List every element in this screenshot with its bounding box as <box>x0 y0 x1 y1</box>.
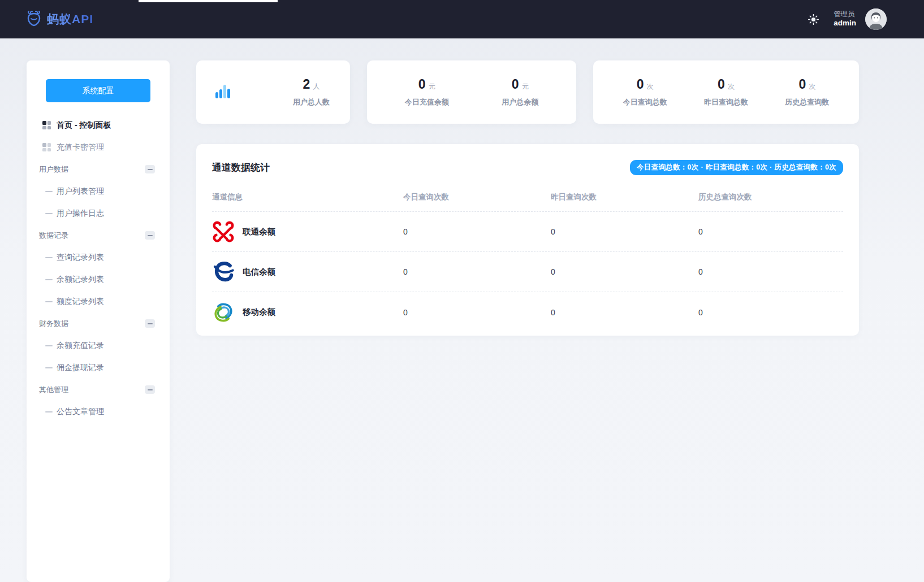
ant-icon <box>25 10 42 29</box>
stat-value-line: 0次 <box>785 77 829 92</box>
stat-block: 0次 今日查询总数 <box>623 77 667 107</box>
sun-icon[interactable] <box>808 14 819 25</box>
stat-unit: 元 <box>522 82 529 90</box>
brand[interactable]: 蚂蚁API <box>25 10 93 29</box>
sidebar-subitem[interactable]: 查询记录列表 <box>27 246 155 268</box>
main-content: 2人 用户总人数 0元 今日充值余额 0元 用户总余额 0次 今日查询总数 0次… <box>196 60 859 582</box>
stat-block: 0元 今日充值余额 <box>405 77 449 107</box>
channel-name: 电信余额 <box>243 267 275 277</box>
stat-block: 0元 用户总余额 <box>502 77 538 107</box>
sidebar-section: 财务数据 <box>27 312 155 335</box>
table-header-cell: 通道信息 <box>212 192 403 202</box>
sidebar-subitem-label: 查询记录列表 <box>57 253 104 263</box>
channel-logo <box>212 220 235 243</box>
sidebar-subitem[interactable]: 用户列表管理 <box>27 180 155 202</box>
channel-logo <box>212 260 235 283</box>
stat-unit: 次 <box>728 82 735 90</box>
sidebar-section-label: 数据记录 <box>39 231 68 241</box>
channel-logo <box>212 301 235 324</box>
dash-icon <box>45 257 53 258</box>
table-header-cell: 昨日查询次数 <box>551 192 698 202</box>
channel-name: 移动余额 <box>243 307 275 318</box>
stat-label: 今日充值余额 <box>405 97 449 107</box>
sidebar-subitem[interactable]: 余额记录列表 <box>27 268 155 290</box>
avatar[interactable] <box>865 8 887 30</box>
table-body: 联通余额 0 0 0 电信余额 0 0 0 移动余额 0 0 0 <box>212 212 843 332</box>
sidebar-subitem-label: 佣金提现记录 <box>57 363 104 373</box>
stat-cards-row: 2人 用户总人数 0元 今日充值余额 0元 用户总余额 0次 今日查询总数 0次… <box>196 60 859 124</box>
sidebar-section-label: 财务数据 <box>39 319 68 329</box>
stat-value-line: 2人 <box>293 77 330 92</box>
logo-text: 蚂蚁API <box>47 11 93 27</box>
dash-icon <box>45 367 53 368</box>
sidebar-item[interactable]: 充值卡密管理 <box>27 136 155 158</box>
table-header-row: 通道信息今日查询次数昨日查询次数历史总查询次数 <box>212 192 843 212</box>
sidebar-section: 其他管理 <box>27 379 155 401</box>
stat-unit: 次 <box>809 82 815 90</box>
stat-label: 今日查询总数 <box>623 97 667 107</box>
stat-label: 用户总人数 <box>293 97 330 107</box>
dash-icon <box>45 213 53 214</box>
dash-icon <box>45 279 53 280</box>
stat-value: 0 <box>718 77 725 92</box>
stat-value-line: 0元 <box>502 77 538 92</box>
total-count-cell: 0 <box>698 267 843 276</box>
bar-chart-icon <box>214 82 232 102</box>
sidebar-subitem-label: 公告文章管理 <box>57 407 104 417</box>
sidebar-subitem[interactable]: 用户操作日志 <box>27 202 155 224</box>
stat-value-line: 0次 <box>704 77 748 92</box>
sidebar-subitem[interactable]: 公告文章管理 <box>27 401 155 423</box>
minus-icon[interactable] <box>145 319 155 328</box>
stat-label: 用户总余额 <box>502 97 538 107</box>
dash-icon <box>45 191 53 192</box>
sidebar-section: 用户数据 <box>27 158 155 180</box>
sidebar-subitem[interactable]: 余额充值记录 <box>27 335 155 357</box>
channel-cell: 联通余额 <box>212 220 403 243</box>
minus-icon[interactable] <box>145 231 155 240</box>
yesterday-count-cell: 0 <box>551 227 698 236</box>
sidebar-subitem-label: 用户列表管理 <box>57 186 104 197</box>
table-row: 联通余额 0 0 0 <box>212 212 843 252</box>
stat-value: 0 <box>637 77 644 92</box>
sidebar-item-label: 充值卡密管理 <box>57 142 104 153</box>
system-config-button[interactable]: 系统配置 <box>46 79 150 102</box>
user-role: 管理员 <box>834 10 856 19</box>
sidebar-subitem[interactable]: 佣金提现记录 <box>27 357 155 379</box>
telecom-logo-icon <box>212 260 235 283</box>
browser-artifact-strip <box>139 0 278 2</box>
grid-icon <box>42 121 51 129</box>
channel-name: 联通余额 <box>243 227 275 237</box>
minus-icon[interactable] <box>145 385 155 394</box>
sidebar-subitem-label: 用户操作日志 <box>57 209 104 219</box>
stat-unit: 元 <box>429 82 435 90</box>
sidebar-section-label: 其他管理 <box>39 385 68 395</box>
sidebar-section-label: 用户数据 <box>39 164 68 175</box>
stat-unit: 次 <box>647 82 654 90</box>
sidebar-item-label: 首页 - 控制面板 <box>57 120 111 131</box>
stat-value: 0 <box>418 77 426 92</box>
stat-block: 0次 昨日查询总数 <box>704 77 748 107</box>
sidebar: 系统配置 首页 - 控制面板 充值卡密管理 用户数据 用户列表管理 用户操作日志… <box>27 60 170 582</box>
dash-icon <box>45 301 53 302</box>
grid-icon <box>42 143 51 151</box>
minus-icon[interactable] <box>145 165 155 173</box>
sidebar-section: 数据记录 <box>27 224 155 246</box>
stat-block: 0次 历史总查询数 <box>785 77 829 107</box>
panel-title: 通道数据统计 <box>212 161 270 174</box>
mobile-logo-icon <box>212 301 235 324</box>
stat-value-line: 0次 <box>623 77 667 92</box>
sidebar-subitem[interactable]: 额度记录列表 <box>27 290 155 312</box>
channel-cell: 移动余额 <box>212 301 403 324</box>
topbar-right: 管理员 admin <box>808 8 887 30</box>
today-count-cell: 0 <box>403 267 551 276</box>
user-name: admin <box>834 19 856 28</box>
sidebar-subitem-label: 余额充值记录 <box>57 341 104 351</box>
topbar: 蚂蚁API 管理员 admin <box>0 0 924 38</box>
user-info: 管理员 admin <box>834 10 856 29</box>
channel-cell: 电信余额 <box>212 260 403 283</box>
stat-block: 2人 用户总人数 <box>293 77 330 107</box>
sidebar-item[interactable]: 首页 - 控制面板 <box>27 114 155 136</box>
channel-stats-panel: 通道数据统计 今日查询总数：0次 · 昨日查询总数：0次 · 历史总查询数：0次… <box>196 144 859 336</box>
sidebar-menu: 首页 - 控制面板 充值卡密管理 用户数据 用户列表管理 用户操作日志 数据记录… <box>27 114 170 423</box>
table-header-cell: 今日查询次数 <box>403 192 551 202</box>
